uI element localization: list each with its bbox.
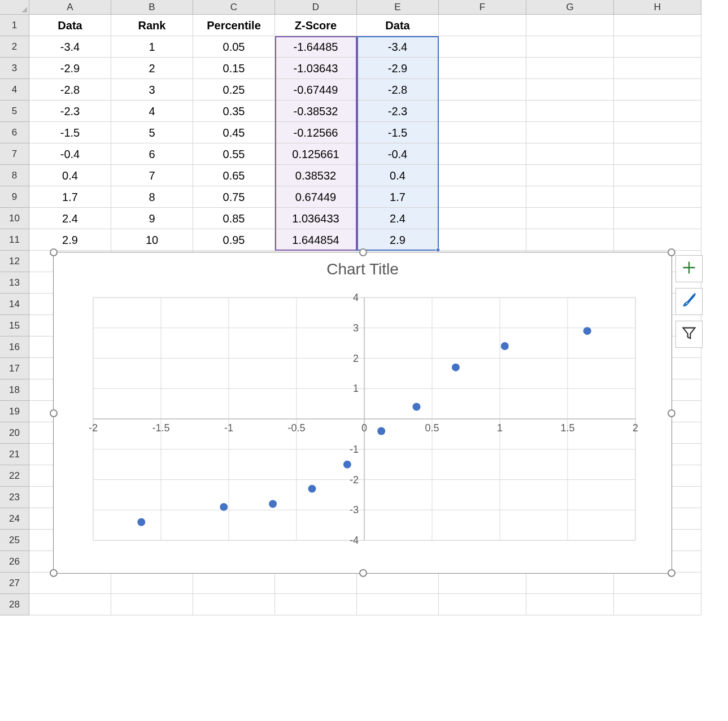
- col-head-G[interactable]: G: [526, 0, 614, 15]
- chart-resize-nw[interactable]: [50, 248, 58, 256]
- cell-B2[interactable]: 1: [111, 36, 193, 58]
- row-head-21[interactable]: 21: [0, 444, 29, 465]
- cell-C4[interactable]: 0.25: [193, 79, 275, 100]
- row-head-18[interactable]: 18: [0, 379, 29, 401]
- col-head-H[interactable]: H: [614, 0, 701, 15]
- cell-G8[interactable]: [526, 165, 614, 186]
- cell-C5[interactable]: 0.35: [193, 100, 275, 122]
- col-head-B[interactable]: B: [111, 0, 193, 15]
- embedded-chart[interactable]: Chart Title -2-1.5-1-0.500.511.52-4-3-2-…: [53, 252, 672, 574]
- cell-A7[interactable]: -0.4: [29, 143, 111, 165]
- cell-A1[interactable]: Data: [29, 15, 111, 36]
- row-head-27[interactable]: 27: [0, 573, 29, 594]
- cell-D4[interactable]: -0.67449: [275, 79, 357, 100]
- cell-E9[interactable]: 1.7: [357, 186, 439, 208]
- cell-H7[interactable]: [614, 143, 701, 165]
- cell-D3[interactable]: -1.03643: [275, 58, 357, 79]
- cell-G6[interactable]: [526, 122, 614, 143]
- cell-D5[interactable]: -0.38532: [275, 100, 357, 122]
- cell-F7[interactable]: [439, 143, 526, 165]
- cell-D6[interactable]: -0.12566: [275, 122, 357, 143]
- cell-E2[interactable]: -3.4: [357, 36, 439, 58]
- cell-H3[interactable]: [614, 58, 701, 79]
- row-head-12[interactable]: 12: [0, 251, 29, 272]
- row-head-10[interactable]: 10: [0, 208, 29, 229]
- cell-A28[interactable]: [29, 594, 111, 615]
- cell-E1[interactable]: Data: [357, 15, 439, 36]
- cell-C6[interactable]: 0.45: [193, 122, 275, 143]
- chart-styles-button[interactable]: [675, 288, 703, 315]
- chart-resize-n[interactable]: [359, 248, 367, 256]
- row-head-25[interactable]: 25: [0, 530, 29, 551]
- cell-A8[interactable]: 0.4: [29, 165, 111, 186]
- row-head-15[interactable]: 15: [0, 315, 29, 337]
- cell-B11[interactable]: 10: [111, 229, 193, 251]
- row-head-8[interactable]: 8: [0, 165, 29, 186]
- select-all-corner[interactable]: [0, 0, 29, 15]
- row-head-24[interactable]: 24: [0, 508, 29, 530]
- cell-F8[interactable]: [439, 165, 526, 186]
- cell-B9[interactable]: 8: [111, 186, 193, 208]
- cell-D8[interactable]: 0.38532: [275, 165, 357, 186]
- cell-G9[interactable]: [526, 186, 614, 208]
- row-head-13[interactable]: 13: [0, 272, 29, 294]
- cell-G1[interactable]: [526, 15, 614, 36]
- cell-A4[interactable]: -2.8: [29, 79, 111, 100]
- chart-plot-area[interactable]: -2-1.5-1-0.500.511.52-4-3-2-11234: [82, 292, 647, 557]
- cell-F3[interactable]: [439, 58, 526, 79]
- cell-E8[interactable]: 0.4: [357, 165, 439, 186]
- cell-F2[interactable]: [439, 36, 526, 58]
- cell-E27[interactable]: [357, 573, 439, 594]
- cell-G11[interactable]: [526, 229, 614, 251]
- cell-C9[interactable]: 0.75: [193, 186, 275, 208]
- cell-B7[interactable]: 6: [111, 143, 193, 165]
- cell-F1[interactable]: [439, 15, 526, 36]
- cell-F28[interactable]: [439, 594, 526, 615]
- cell-D10[interactable]: 1.036433: [275, 208, 357, 229]
- row-head-14[interactable]: 14: [0, 294, 29, 315]
- cell-A2[interactable]: -3.4: [29, 36, 111, 58]
- row-head-23[interactable]: 23: [0, 487, 29, 508]
- cell-H9[interactable]: [614, 186, 701, 208]
- col-head-D[interactable]: D: [275, 0, 357, 15]
- col-head-E[interactable]: E: [357, 0, 439, 15]
- cell-C3[interactable]: 0.15: [193, 58, 275, 79]
- cell-G28[interactable]: [526, 594, 614, 615]
- cell-H27[interactable]: [614, 573, 701, 594]
- cell-C2[interactable]: 0.05: [193, 36, 275, 58]
- cell-G4[interactable]: [526, 79, 614, 100]
- cell-C8[interactable]: 0.65: [193, 165, 275, 186]
- cell-E5[interactable]: -2.3: [357, 100, 439, 122]
- cell-G3[interactable]: [526, 58, 614, 79]
- cell-D1[interactable]: Z-Score: [275, 15, 357, 36]
- cell-E28[interactable]: [357, 594, 439, 615]
- col-head-F[interactable]: F: [439, 0, 526, 15]
- cell-B5[interactable]: 4: [111, 100, 193, 122]
- cell-D2[interactable]: -1.64485: [275, 36, 357, 58]
- cell-E4[interactable]: -2.8: [357, 79, 439, 100]
- cell-B28[interactable]: [111, 594, 193, 615]
- row-head-17[interactable]: 17: [0, 358, 29, 379]
- cell-C11[interactable]: 0.95: [193, 229, 275, 251]
- cell-F11[interactable]: [439, 229, 526, 251]
- cell-B8[interactable]: 7: [111, 165, 193, 186]
- row-head-3[interactable]: 3: [0, 58, 29, 79]
- col-head-C[interactable]: C: [193, 0, 275, 15]
- row-head-22[interactable]: 22: [0, 465, 29, 487]
- cell-B4[interactable]: 3: [111, 79, 193, 100]
- cell-G5[interactable]: [526, 100, 614, 122]
- cell-F6[interactable]: [439, 122, 526, 143]
- cell-H10[interactable]: [614, 208, 701, 229]
- cell-H8[interactable]: [614, 165, 701, 186]
- cell-A27[interactable]: [29, 573, 111, 594]
- row-head-26[interactable]: 26: [0, 551, 29, 573]
- cell-E11[interactable]: 2.9: [357, 229, 439, 251]
- row-head-11[interactable]: 11: [0, 229, 29, 251]
- cell-B10[interactable]: 9: [111, 208, 193, 229]
- row-head-4[interactable]: 4: [0, 79, 29, 100]
- cell-G7[interactable]: [526, 143, 614, 165]
- cell-G27[interactable]: [526, 573, 614, 594]
- cell-H11[interactable]: [614, 229, 701, 251]
- cell-H6[interactable]: [614, 122, 701, 143]
- cell-D27[interactable]: [275, 573, 357, 594]
